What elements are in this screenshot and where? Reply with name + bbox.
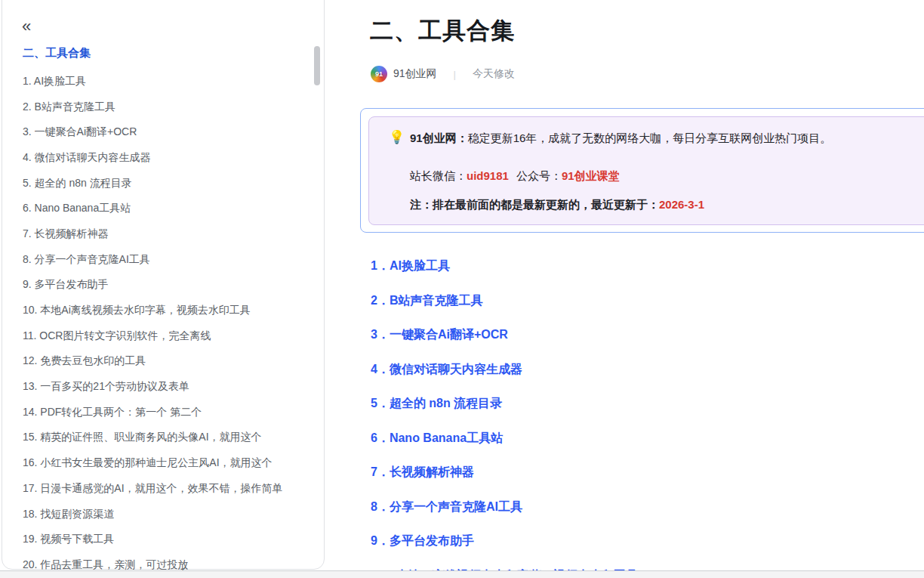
toc-title[interactable]: 二、工具合集 [23, 46, 91, 60]
toc-item[interactable]: 9. 多平台发布助手 [23, 273, 309, 298]
toc-sidebar: « 二、工具合集 1. AI换脸工具2. B站声音克隆工具3. 一键聚合Ai翻译… [2, 0, 325, 570]
toc-item[interactable]: 13. 一百多买的21个劳动协议及表单 [23, 374, 309, 400]
tool-link-list: 1．AI换脸工具2．B站声音克隆工具3．一键聚合Ai翻译+OCR4．微信对话聊天… [371, 249, 924, 578]
lightbulb-emoji-icon: 💡 [389, 128, 405, 147]
official-account-name: 91创业课堂 [562, 169, 620, 182]
toc-item[interactable]: 14. PDF转化工具两个：第一个 第二个 [23, 400, 309, 425]
toc-item[interactable]: 19. 视频号下载工具 [23, 527, 309, 552]
tool-link[interactable]: 9．多平台发布助手 [371, 524, 924, 559]
official-account-label: 公众号： [516, 169, 562, 182]
author-name: 91创业网 [393, 67, 437, 81]
horizontal-scrollbar[interactable] [0, 570, 924, 578]
toc-list: 1. AI换脸工具2. B站声音克隆工具3. 一键聚合Ai翻译+OCR4. 微信… [23, 69, 309, 578]
sidebar-scrollbar-thumb[interactable] [314, 46, 320, 85]
callout-site-name: 91创业网： [410, 131, 468, 144]
toc-item[interactable]: 12. 免费去豆包水印的工具 [23, 349, 309, 375]
toc-item[interactable]: 4. 微信对话聊天内容生成器 [23, 145, 309, 171]
meta-divider: | [454, 69, 456, 80]
callout-line-1: 91创业网：稳定更新16年，成就了无数的网络大咖，每日分享互联网创业热门项目。 [410, 129, 924, 147]
wechat-label: 站长微信： [410, 169, 467, 182]
toc-item[interactable]: 10. 本地Ai离线视频去水印字幕，视频去水印工具 [23, 298, 309, 323]
callout-block: 💡 91创业网：稳定更新16年，成就了无数的网络大咖，每日分享互联网创业热门项目… [368, 116, 924, 225]
toc-item[interactable]: 17. 日漫卡通感觉的AI，就用这个，效果不错，操作简单 [23, 476, 309, 502]
collapse-sidebar-icon[interactable]: « [22, 19, 31, 34]
tool-link[interactable]: 8．分享一个声音克隆AI工具 [371, 490, 924, 525]
callout-line-3: 注：排在最前面的都是最新更新的，最近更新于：2026-3-1 [410, 196, 924, 214]
wechat-id: uid9181 [467, 169, 509, 182]
doc-meta-row: 91 91创业网 | 今天修改 [371, 66, 515, 82]
note-text: 注：排在最前面的都是最新更新的，最近更新于： [410, 198, 659, 211]
last-update-date: 2026-3-1 [659, 198, 704, 211]
toc-item[interactable]: 6. Nano Banana工具站 [23, 196, 309, 221]
toc-item[interactable]: 16. 小红书女生最爱的那种迪士尼公主风AI，就用这个 [23, 450, 309, 476]
toc-item[interactable]: 11. OCR图片转文字识别软件，完全离线 [23, 323, 309, 349]
author-avatar: 91 [371, 66, 387, 82]
toc-item[interactable]: 5. 超全的 n8n 流程目录 [23, 171, 309, 196]
tool-link[interactable]: 4．微信对话聊天内容生成器 [371, 353, 924, 388]
tool-link[interactable]: 2．B站声音克隆工具 [371, 284, 924, 319]
toc-item[interactable]: 15. 精英的证件照、职业商务风的头像AI，就用这个 [23, 425, 309, 451]
tool-link[interactable]: 3．一键聚合Ai翻译+OCR [371, 318, 924, 353]
tool-link[interactable]: 6．Nano Banana工具站 [371, 422, 924, 456]
callout-line-2: 站长微信：uid9181公众号：91创业课堂 [410, 167, 924, 185]
toc-item[interactable]: 3. 一键聚合Ai翻译+OCR [23, 119, 309, 145]
toc-item[interactable]: 18. 找短剧资源渠道 [23, 502, 309, 527]
toc-item[interactable]: 1. AI换脸工具 [23, 69, 309, 94]
last-modified-label: 今天修改 [473, 67, 515, 81]
tool-link[interactable]: 5．超全的 n8n 流程目录 [371, 387, 924, 422]
tool-link[interactable]: 7．长视频解析神器 [371, 456, 924, 490]
toc-item[interactable]: 7. 长视频解析神器 [23, 221, 309, 247]
document-page: « 二、工具合集 1. AI换脸工具2. B站声音克隆工具3. 一键聚合Ai翻译… [0, 0, 924, 578]
tool-link[interactable]: 1．AI换脸工具 [371, 249, 924, 284]
callout-intro-text: 稳定更新16年，成就了无数的网络大咖，每日分享互联网创业热门项目。 [468, 131, 832, 144]
page-title: 二、工具合集 [370, 15, 515, 47]
toc-item[interactable]: 8. 分享一个声音克隆AI工具 [23, 247, 309, 273]
toc-item[interactable]: 2. B站声音克隆工具 [23, 94, 309, 120]
